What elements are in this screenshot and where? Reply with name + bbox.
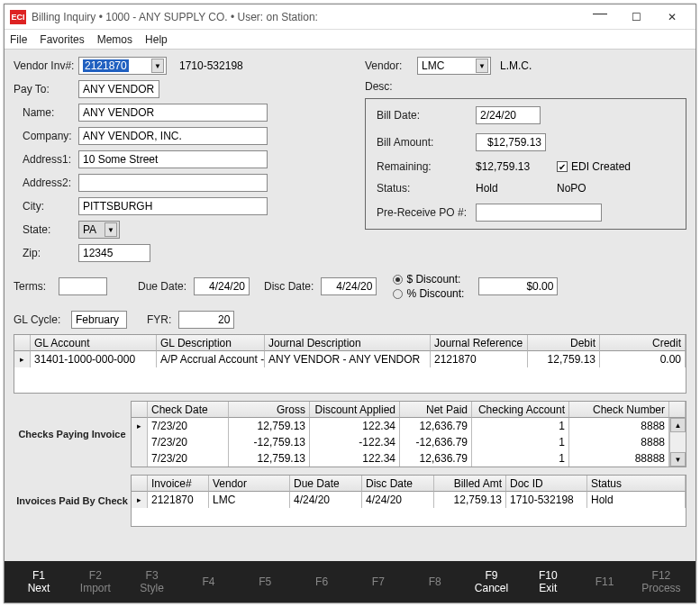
- remaining-value: $12,759.13: [476, 160, 557, 173]
- fkey-f12: F12Process: [640, 569, 683, 595]
- addr2-label: Address2:: [23, 177, 78, 189]
- billdate-input[interactable]: [476, 106, 541, 124]
- discdate-label: Disc Date:: [264, 280, 314, 293]
- terms-label: Terms:: [14, 280, 51, 293]
- fkey-f9[interactable]: F9Cancel: [470, 569, 514, 595]
- company-label: Company:: [23, 130, 78, 142]
- fkey-f4: F4: [186, 575, 230, 588]
- invoices-paid-label: Invoices Paid By Check: [14, 475, 131, 527]
- fkey-f1[interactable]: F1Next: [17, 569, 60, 595]
- vendor-code: LMC: [422, 59, 444, 72]
- app-window: ECI Billing Inquiry • 1000 - ANY SUPPLY …: [4, 4, 696, 603]
- fyr-label: FYR:: [147, 313, 171, 326]
- vendor-inv-suffix: 1710-532198: [179, 59, 243, 72]
- billamt-label: Bill Amount:: [377, 136, 476, 149]
- vendor-inv-value: 2121870: [83, 59, 129, 72]
- bill-box: Bill Date: Bill Amount: Remaining: $12,7…: [365, 98, 686, 230]
- payto-label: Pay To:: [14, 83, 78, 95]
- gl-grid[interactable]: GL Account GL Description Journal Descri…: [14, 334, 686, 394]
- remaining-label: Remaining:: [377, 160, 476, 173]
- vendor-inv-combo[interactable]: 2121870 ▼: [78, 57, 167, 75]
- fkey-f3: F3Style: [131, 569, 174, 595]
- addr1-label: Address1:: [23, 153, 78, 166]
- vendor-name: L.M.C.: [500, 59, 532, 72]
- name-label: Name:: [23, 106, 78, 119]
- check-row[interactable]: 7/23/2012,759.13122.3412,636.79188888: [132, 450, 669, 467]
- name-input[interactable]: [78, 104, 268, 122]
- menu-favorites[interactable]: Favorites: [40, 33, 84, 46]
- fyr-input[interactable]: [178, 311, 234, 329]
- col-journal-ref[interactable]: Journal Reference: [431, 335, 528, 351]
- vendor-combo[interactable]: LMC ▼: [417, 57, 491, 75]
- menu-file[interactable]: File: [10, 33, 27, 46]
- addr1-input[interactable]: [78, 150, 268, 168]
- minimize-button[interactable]: —: [582, 5, 618, 30]
- menu-help[interactable]: Help: [145, 33, 168, 46]
- chevron-down-icon[interactable]: ▼: [151, 59, 164, 73]
- glcycle-label: GL Cycle:: [14, 313, 64, 326]
- duedate-label: Due Date:: [138, 280, 186, 293]
- chevron-down-icon[interactable]: ▼: [476, 59, 488, 73]
- col-credit[interactable]: Credit: [600, 335, 686, 351]
- edi-checkbox[interactable]: ✔: [557, 161, 568, 172]
- state-combo[interactable]: PA ▼: [78, 221, 120, 239]
- scroll-up-icon[interactable]: ▲: [670, 418, 686, 432]
- desc-label: Desc:: [365, 80, 417, 93]
- radio-dollar-discount[interactable]: $ Discount:: [393, 273, 464, 285]
- billdate-label: Bill Date:: [377, 109, 476, 122]
- fkey-f11: F11: [583, 575, 626, 588]
- state-label: State:: [23, 223, 78, 236]
- fkey-f8: F8: [414, 575, 457, 588]
- check-row[interactable]: ▸7/23/2012,759.13122.3412,636.7918888: [132, 418, 669, 434]
- client-area: Vendor Inv#: 2121870 ▼ 1710-532198 Pay T…: [5, 50, 695, 561]
- billamt-input[interactable]: [476, 133, 546, 151]
- discount-value-input[interactable]: [478, 277, 558, 295]
- city-label: City:: [23, 200, 78, 213]
- state-value: PA: [83, 223, 96, 236]
- zip-label: Zip:: [23, 247, 78, 259]
- col-gl-desc[interactable]: GL Description: [157, 335, 265, 351]
- status-value2: NoPO: [557, 182, 586, 195]
- checks-scrollbar[interactable]: ▲▼: [669, 418, 686, 467]
- scroll-down-icon[interactable]: ▼: [670, 452, 686, 467]
- gl-row[interactable]: ▸ 31401-1000-000-000 A/P Accrual Account…: [14, 351, 686, 367]
- city-input[interactable]: [78, 197, 268, 215]
- menu-memos[interactable]: Memos: [97, 33, 132, 46]
- terms-input[interactable]: [59, 277, 107, 295]
- close-button[interactable]: ✕: [654, 5, 690, 30]
- invoice-row[interactable]: ▸ 2121870 LMC 4/24/20 4/24/20 12,759.13 …: [132, 492, 686, 508]
- prepo-input[interactable]: [476, 204, 602, 222]
- fkey-f2: F2Import: [74, 569, 117, 595]
- fkey-f6: F6: [300, 575, 343, 588]
- checks-paying-label: Checks Paying Invoice: [14, 401, 131, 467]
- addr2-input[interactable]: [78, 174, 268, 192]
- chevron-down-icon[interactable]: ▼: [105, 222, 117, 237]
- radio-pct-discount[interactable]: % Discount:: [393, 287, 464, 300]
- prepo-label: Pre-Receive PO #:: [377, 206, 476, 219]
- col-debit[interactable]: Debit: [528, 335, 600, 351]
- checks-grid[interactable]: Check Date Gross Discount Applied Net Pa…: [131, 401, 686, 467]
- company-input[interactable]: [78, 127, 268, 145]
- glcycle-input[interactable]: [71, 311, 127, 329]
- vendor-label: Vendor:: [365, 59, 417, 72]
- status-value: Hold: [476, 182, 557, 195]
- duedate-input[interactable]: [194, 277, 250, 295]
- col-gl-account[interactable]: GL Account: [31, 335, 157, 351]
- status-label: Status:: [377, 182, 476, 195]
- fkey-f5: F5: [243, 575, 286, 588]
- edi-label: EDI Created: [571, 160, 631, 173]
- col-journal-desc[interactable]: Journal Description: [265, 335, 431, 351]
- discdate-input[interactable]: [321, 277, 377, 295]
- invoices-grid[interactable]: Invoice# Vendor Due Date Disc Date Bille…: [131, 475, 686, 527]
- app-logo: ECI: [10, 10, 26, 24]
- payto-input[interactable]: [78, 80, 159, 98]
- fkey-bar: F1NextF2ImportF3StyleF4F5F6F7F8F9CancelF…: [5, 561, 695, 602]
- titlebar: ECI Billing Inquiry • 1000 - ANY SUPPLY …: [5, 5, 695, 30]
- window-title: Billing Inquiry • 1000 - ANY SUPPLY CO. …: [32, 11, 582, 23]
- check-row[interactable]: 7/23/20-12,759.13-122.34-12,636.7918888: [132, 434, 669, 450]
- fkey-f7: F7: [357, 575, 400, 588]
- zip-input[interactable]: [78, 244, 150, 262]
- vendor-inv-label: Vendor Inv#:: [14, 59, 78, 72]
- maximize-button[interactable]: ☐: [618, 5, 654, 30]
- fkey-f10[interactable]: F10Exit: [526, 569, 569, 595]
